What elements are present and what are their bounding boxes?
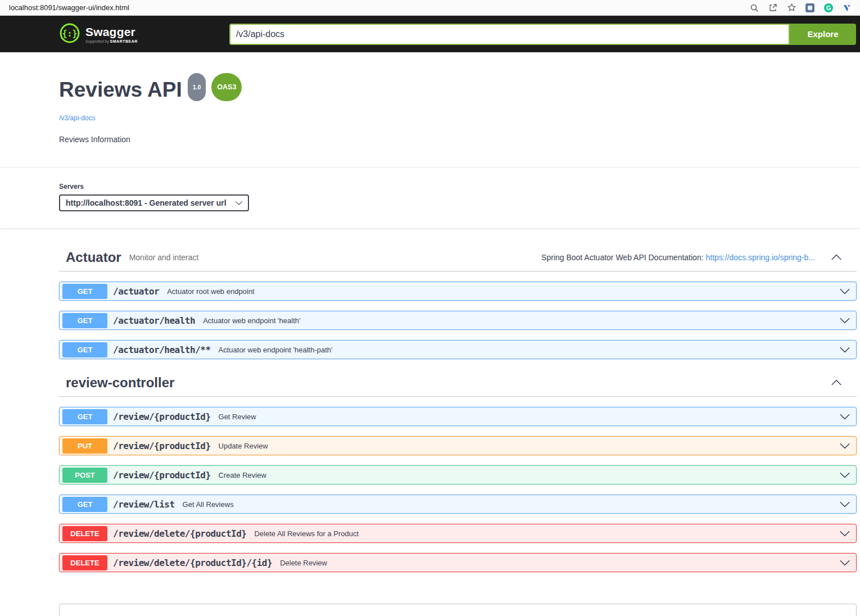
- server-select-value: http://localhost:8091 - Generated server…: [66, 198, 227, 207]
- api-description: Reviews Information: [59, 135, 860, 144]
- method-badge: GET: [62, 284, 107, 299]
- operation-path: /actuator: [113, 286, 159, 297]
- method-badge: DELETE: [62, 526, 107, 541]
- expand-chevron-icon[interactable]: [839, 499, 850, 510]
- collapse-chevron-icon[interactable]: [831, 377, 842, 388]
- expand-chevron-icon[interactable]: [839, 344, 850, 355]
- opblock-get-actuator[interactable]: GET /actuator Actuator root web endpoint: [59, 282, 857, 301]
- bookmark-star-icon[interactable]: [786, 3, 796, 13]
- browser-address-bar: localhost:8091/swagger-ui/index.html G: [0, 0, 860, 16]
- method-badge: GET: [62, 409, 107, 424]
- expand-chevron-icon[interactable]: [839, 315, 850, 326]
- method-badge: GET: [62, 313, 107, 328]
- svg-text:{:}: {:}: [62, 29, 77, 39]
- expand-chevron-icon[interactable]: [839, 528, 850, 539]
- server-select[interactable]: http://localhost:8091 - Generated server…: [59, 194, 249, 211]
- opblock-get-actuator-health-path[interactable]: GET /actuator/health/** Actuator web end…: [59, 340, 857, 359]
- opblock-get-review-list[interactable]: GET /review/list Get All Reviews: [59, 495, 857, 514]
- opblock-get-actuator-health[interactable]: GET /actuator/health Actuator web endpoi…: [59, 311, 857, 330]
- share-icon[interactable]: [768, 3, 778, 13]
- tag-header-actuator[interactable]: Actuator Monitor and interact Spring Boo…: [59, 244, 857, 271]
- spec-url-form: Explore: [229, 24, 856, 45]
- operation-summary: Update Review: [219, 442, 268, 450]
- expand-chevron-icon[interactable]: [839, 286, 850, 297]
- explore-button[interactable]: Explore: [790, 24, 856, 45]
- chevron-down-icon: [235, 199, 243, 207]
- spec-link[interactable]: /v3/api-docs: [59, 114, 96, 122]
- external-docs-link[interactable]: https://docs.spring.io/spring-b...: [705, 253, 815, 262]
- operation-path: /actuator/health/**: [113, 345, 211, 355]
- servers-label: Servers: [59, 183, 860, 191]
- operation-summary: Get Review: [219, 413, 256, 421]
- opblock-delete-reviews[interactable]: DELETE /review/delete/{productId} Delete…: [59, 524, 857, 543]
- operation-summary: Delete All Reviews for a Product: [254, 529, 359, 538]
- tag-description: Monitor and interact: [129, 253, 199, 262]
- operation-path: /review/{productId}: [113, 441, 211, 451]
- operation-path: /review/{productId}: [113, 470, 211, 481]
- version-badge: 1.0: [188, 73, 206, 101]
- opblock-get-review[interactable]: GET /review/{productId} Get Review: [59, 407, 857, 426]
- swagger-tagline: Supported by SMARTBEAR: [85, 39, 138, 43]
- method-badge: DELETE: [62, 555, 107, 570]
- operation-summary: Create Review: [219, 471, 266, 479]
- operation-path: /review/{productId}: [113, 411, 211, 422]
- operation-summary: Actuator web endpoint 'health': [203, 316, 300, 325]
- tag-header-review-controller[interactable]: review-controller: [59, 369, 857, 397]
- swagger-logo[interactable]: {:} Swagger Supported by SMARTBEAR: [59, 22, 138, 46]
- operation-path: /review/list: [113, 499, 175, 510]
- method-badge: POST: [62, 468, 107, 483]
- url-text[interactable]: localhost:8091/swagger-ui/index.html: [9, 3, 749, 12]
- spec-url-input[interactable]: [229, 24, 790, 45]
- api-info: Reviews API1.0OAS3 /v3/api-docs Reviews …: [0, 52, 860, 167]
- swagger-topbar: {:} Swagger Supported by SMARTBEAR Explo…: [0, 16, 860, 52]
- search-icon[interactable]: [749, 3, 759, 13]
- schemas-section[interactable]: Schemas: [59, 604, 857, 616]
- operation-summary: Delete Review: [280, 559, 327, 567]
- operation-summary: Get All Reviews: [183, 500, 234, 509]
- swagger-logo-text: Swagger: [85, 25, 138, 39]
- method-badge: PUT: [62, 438, 107, 454]
- operation-path: /review/delete/{productId}/{id}: [113, 558, 272, 568]
- operation-summary: Actuator root web endpoint: [167, 287, 254, 296]
- external-docs: Spring Boot Actuator Web API Documentati…: [541, 253, 815, 262]
- oas3-badge: OAS3: [211, 73, 242, 101]
- method-badge: GET: [62, 342, 107, 357]
- expand-chevron-icon[interactable]: [839, 411, 850, 422]
- extension-icon[interactable]: [805, 3, 815, 13]
- profile-extension-icon[interactable]: [842, 3, 852, 13]
- operation-path: /review/delete/{productId}: [113, 528, 246, 539]
- servers-section: Servers http://localhost:8091 - Generate…: [0, 167, 860, 228]
- operation-path: /actuator/health: [113, 315, 195, 326]
- api-title-text: Reviews API: [59, 78, 182, 101]
- expand-chevron-icon[interactable]: [839, 440, 850, 451]
- external-docs-label: Spring Boot Actuator Web API Documentati…: [541, 253, 705, 262]
- collapse-chevron-icon[interactable]: [831, 252, 842, 263]
- expand-chevron-icon[interactable]: [839, 557, 850, 568]
- opblock-delete-review[interactable]: DELETE /review/delete/{productId}/{id} D…: [59, 553, 857, 572]
- opblock-put-review[interactable]: PUT /review/{productId} Update Review: [59, 436, 857, 455]
- grammarly-icon[interactable]: G: [823, 3, 834, 13]
- opblock-post-review[interactable]: POST /review/{productId} Create Review: [59, 465, 857, 484]
- operation-summary: Actuator web endpoint 'health-path': [219, 346, 333, 354]
- browser-toolbar-icons: G: [749, 3, 852, 13]
- expand-chevron-icon[interactable]: [839, 469, 850, 481]
- method-badge: GET: [62, 497, 107, 512]
- tag-title: Actuator: [66, 250, 121, 265]
- tag-title: review-controller: [66, 375, 174, 391]
- operations-wrapper: Actuator Monitor and interact Spring Boo…: [0, 228, 860, 572]
- page-title: Reviews API1.0OAS3: [59, 78, 860, 108]
- swagger-logo-icon: {:}: [59, 22, 80, 46]
